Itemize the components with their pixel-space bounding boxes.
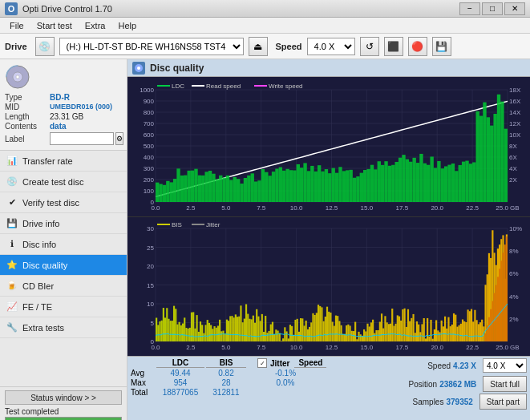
title-bar: O Opti Drive Control 1.70 − □ ✕ (0, 0, 530, 18)
menu-extra[interactable]: Extra (79, 19, 112, 32)
nav-extra-tests[interactable]: 🔧 Extra tests (0, 317, 127, 338)
mid-key: MID (5, 103, 50, 111)
label-input[interactable] (50, 132, 114, 145)
jitter-avg: -0.1% (257, 369, 314, 378)
drive-icon-button[interactable]: 💿 (35, 37, 55, 56)
transfer-rate-icon: 📊 (6, 155, 18, 167)
samples-label: Samples (413, 398, 444, 406)
bis-avg: 0.82 (206, 369, 246, 378)
minimize-button[interactable]: − (459, 2, 480, 15)
nav-section: 📊 Transfer rate 💿 Create test disc ✔ Ver… (0, 151, 127, 386)
type-value: BD-R (50, 93, 70, 102)
menu-start-test[interactable]: Start test (30, 19, 79, 32)
total-label: Total (131, 388, 155, 397)
progress-bar-outer (5, 417, 122, 420)
speed-label: Speed (276, 42, 302, 51)
label-key: Label (5, 135, 50, 143)
drive-label: Drive (5, 42, 27, 51)
svg-point-4 (137, 67, 140, 70)
nav-transfer-rate-label: Transfer rate (22, 156, 73, 166)
lower-chart (127, 217, 530, 356)
status-bar: Status window > > Test completed 100.0% … (0, 386, 127, 420)
length-value: 23.31 GB (50, 112, 83, 121)
speed-stat-select[interactable]: 4.0 X (483, 358, 527, 373)
status-window-button[interactable]: Status window > > (5, 390, 122, 405)
avg-label: Avg (131, 369, 155, 378)
position-value: 23862 MB (439, 380, 476, 389)
menu-bar: File Start test Extra Help (0, 18, 530, 34)
maximize-button[interactable]: □ (482, 2, 503, 15)
nav-create-test-disc-label: Create test disc (22, 177, 83, 187)
drive-select[interactable]: (H:) HL-DT-ST BD-RE WH16NS58 TST4 (59, 38, 244, 55)
content-area: Disc quality LDC BIS (127, 59, 530, 420)
nav-verify-test-disc[interactable]: ✔ Verify test disc (0, 192, 127, 213)
fe-te-icon: 📈 (6, 301, 18, 313)
nav-drive-info-label: Drive info (22, 219, 59, 228)
main-layout: Type BD-R MID UMEBDR016 (000) Length 23.… (0, 59, 530, 420)
refresh-button[interactable]: ↺ (360, 37, 379, 56)
ldc-avg: 49.44 (156, 369, 204, 378)
charts-container (127, 77, 530, 356)
start-part-button[interactable]: Start part (479, 394, 527, 410)
disc-quality-header-icon (132, 62, 145, 75)
disc-icon (5, 64, 30, 90)
eject-button[interactable]: ⏏ (249, 37, 268, 56)
jitter-header: Jitter (270, 359, 289, 368)
settings-button1[interactable]: ⬛ (384, 37, 403, 56)
speed-header: Speed (294, 358, 326, 368)
ldc-max: 954 (156, 378, 204, 387)
type-key: Type (5, 93, 50, 102)
start-full-button[interactable]: Start full (483, 376, 527, 392)
disc-quality-title: Disc quality (150, 63, 204, 74)
label-browse-button[interactable]: ⚙ (115, 132, 123, 145)
nav-drive-info[interactable]: 💾 Drive info (0, 213, 127, 234)
nav-transfer-rate[interactable]: 📊 Transfer rate (0, 151, 127, 172)
position-label: Position (409, 380, 438, 389)
nav-disc-info[interactable]: ℹ Disc info (0, 234, 127, 255)
extra-tests-icon: 🔧 (6, 322, 18, 333)
disc-section: Type BD-R MID UMEBDR016 (000) Length 23.… (0, 59, 127, 151)
upper-chart (127, 77, 530, 217)
contents-value: data (50, 122, 67, 131)
jitter-checkbox[interactable]: ✓ (257, 358, 267, 368)
status-text: Test completed (5, 407, 59, 416)
nav-disc-info-label: Disc info (22, 240, 56, 249)
svg-point-2 (16, 75, 19, 79)
speed-stat-value: 4.23 X (453, 361, 476, 370)
max-label: Max (131, 378, 155, 387)
nav-verify-test-disc-label: Verify test disc (22, 198, 79, 208)
drive-info-icon: 💾 (6, 218, 18, 229)
disc-quality-icon: ⭐ (6, 260, 18, 271)
bis-max: 28 (206, 378, 246, 387)
close-button[interactable]: ✕ (504, 2, 525, 15)
disc-info-icon: ℹ (6, 239, 18, 250)
nav-fe-te-label: FE / TE (22, 302, 52, 312)
nav-disc-quality[interactable]: ⭐ Disc quality (0, 255, 127, 276)
settings-button2[interactable]: 🔴 (408, 37, 427, 56)
menu-file[interactable]: File (3, 19, 30, 32)
disc-quality-header: Disc quality (127, 59, 530, 77)
sidebar: Type BD-R MID UMEBDR016 (000) Length 23.… (0, 59, 127, 420)
jitter-max: 0.0% (257, 378, 314, 387)
menu-help[interactable]: Help (111, 19, 143, 32)
bis-total: 312811 (206, 388, 246, 397)
verify-test-disc-icon: ✔ (6, 197, 18, 208)
app-title: Opti Drive Control 1.70 (22, 4, 112, 14)
nav-create-test-disc[interactable]: 💿 Create test disc (0, 172, 127, 192)
ldc-total: 18877065 (156, 388, 204, 397)
drive-toolbar: Drive 💿 (H:) HL-DT-ST BD-RE WH16NS58 TST… (0, 34, 530, 59)
speed-stat-label: Speed (427, 361, 451, 370)
mid-value: UMEBDR016 (000) (50, 103, 112, 111)
length-key: Length (5, 112, 50, 121)
nav-cd-bier[interactable]: 🍺 CD BIer (0, 276, 127, 297)
speed-select[interactable]: 4.0 X (307, 38, 355, 55)
contents-key: Contents (5, 122, 50, 131)
create-test-disc-icon: 💿 (6, 176, 18, 188)
ldc-header: LDC (156, 358, 204, 368)
nav-cd-bier-label: CD BIer (22, 281, 54, 291)
nav-disc-quality-label: Disc quality (22, 260, 67, 270)
nav-fe-te[interactable]: 📈 FE / TE (0, 297, 127, 317)
lower-chart-canvas (127, 217, 530, 356)
save-button[interactable]: 💾 (432, 37, 451, 56)
disc-info-table: Type BD-R MID UMEBDR016 (000) Length 23.… (5, 93, 122, 145)
